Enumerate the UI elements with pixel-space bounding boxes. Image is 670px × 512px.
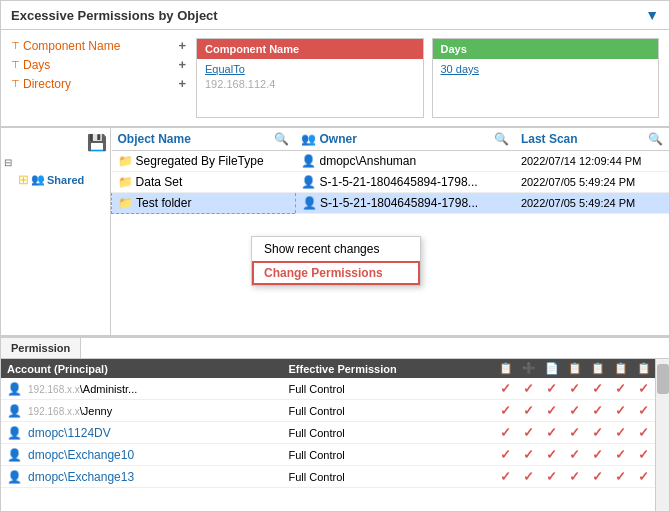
checkmark-icon: ✓ — [592, 403, 603, 418]
perm-check-1-5: ✓ — [609, 400, 632, 422]
cell-name-row3: 📁 Test folder — [112, 193, 296, 214]
perm-check-4-6: ✓ — [632, 466, 655, 488]
funnel-icon-days: ⊤ — [11, 59, 20, 70]
table-row[interactable]: 📁 Data Set 👤 S-1-5-21-1804645894-1798...… — [112, 172, 670, 193]
checkmark-icon: ✓ — [638, 425, 649, 440]
perm-table-row[interactable]: 👤 dmopc\Exchange13 Full Control ✓✓✓✓✓✓✓ — [1, 466, 655, 488]
perm-cell-permission-2: Full Control — [282, 422, 494, 444]
search-icon-scan[interactable]: 🔍 — [648, 132, 663, 146]
filter-add-directory[interactable]: + — [178, 76, 186, 91]
funnel-icon-directory: ⊤ — [11, 78, 20, 89]
folder-icon-row3: 📁 — [118, 196, 133, 210]
table-row[interactable]: 📁 Segregated By FileType 👤 dmopc\Anshuma… — [112, 151, 670, 172]
perm-check-1-3: ✓ — [563, 400, 586, 422]
perm-check-0-0: ✓ — [494, 378, 517, 400]
perm-cell-account-3: 👤 dmopc\Exchange10 — [1, 444, 282, 466]
cell-name: 📁 Segregated By FileType — [112, 151, 296, 172]
checkmark-icon: ✓ — [523, 447, 534, 462]
context-menu-item-recent[interactable]: Show recent changes — [252, 237, 420, 261]
perm-table-row[interactable]: 👤 192.168.x.x\Administr... Full Control … — [1, 378, 655, 400]
checkmark-icon: ✓ — [500, 381, 511, 396]
days-card-link[interactable]: 30 days — [441, 63, 651, 75]
perm-col-icon6: 📋 — [609, 359, 632, 378]
perm-check-0-4: ✓ — [586, 378, 609, 400]
checkmark-icon: ✓ — [569, 403, 580, 418]
col-object-name[interactable]: Object Name 🔍 — [112, 128, 296, 151]
perm-check-4-2: ✓ — [540, 466, 563, 488]
checkmark-icon: ✓ — [523, 381, 534, 396]
filter-row-directory: ⊤ Directory + — [11, 76, 186, 91]
days-card: Days 30 days — [432, 38, 660, 118]
save-icon[interactable]: 💾 — [87, 133, 107, 152]
perm-check-3-5: ✓ — [609, 444, 632, 466]
checkmark-icon: ✓ — [615, 381, 626, 396]
perm-cell-permission-0: Full Control — [282, 378, 494, 400]
perm-check-1-4: ✓ — [586, 400, 609, 422]
days-card-header: Days — [433, 39, 659, 59]
perm-check-3-4: ✓ — [586, 444, 609, 466]
cell-owner-row1: 👤 dmopc\Anshuman — [295, 151, 514, 172]
filter-icon[interactable]: ▼ — [645, 7, 659, 23]
checkmark-icon: ✓ — [500, 447, 511, 462]
perm-table-row[interactable]: 👤 192.168.x.x\Jenny Full Control ✓✓✓✓✓✓✓ — [1, 400, 655, 422]
user-icon-4: 👤 — [7, 470, 22, 484]
perm-check-4-1: ✓ — [517, 466, 540, 488]
owner-icon-row1: 👤 — [301, 154, 316, 168]
perm-check-2-6: ✓ — [632, 422, 655, 444]
perm-check-4-4: ✓ — [586, 466, 609, 488]
permissions-tab[interactable]: Permission — [1, 338, 81, 358]
col-owner[interactable]: 👥 Owner 🔍 — [295, 128, 514, 151]
col-last-scan[interactable]: Last Scan 🔍 — [515, 128, 669, 151]
tree-item-root[interactable]: ⊟ — [4, 155, 107, 170]
checkmark-icon: ✓ — [592, 425, 603, 440]
checkmark-icon: ✓ — [638, 403, 649, 418]
filter-add-days[interactable]: + — [178, 57, 186, 72]
tree-item-shared[interactable]: ⊞ 👥 Shared — [4, 170, 107, 189]
tree-folder-icon: ⊞ — [18, 172, 29, 187]
perm-cell-permission-1: Full Control — [282, 400, 494, 422]
checkmark-icon: ✓ — [546, 425, 557, 440]
tree-panel: 💾 ⊟ ⊞ 👥 Shared — [1, 128, 111, 335]
perm-check-1-2: ✓ — [540, 400, 563, 422]
perm-table: Account (Principal) Effective Permission… — [1, 359, 655, 488]
perm-table-wrap: Account (Principal) Effective Permission… — [1, 359, 655, 511]
checkmark-icon: ✓ — [546, 381, 557, 396]
perm-check-0-6: ✓ — [632, 378, 655, 400]
perm-table-row[interactable]: 👤 dmopc\Exchange10 Full Control ✓✓✓✓✓✓✓ — [1, 444, 655, 466]
tree-user-icon: 👥 — [31, 173, 45, 186]
cell-owner-row2: 👤 S-1-5-21-1804645894-1798... — [295, 172, 514, 193]
perm-check-0-2: ✓ — [540, 378, 563, 400]
search-icon-owner[interactable]: 🔍 — [494, 132, 509, 146]
component-card-link[interactable]: EqualTo — [205, 63, 415, 75]
perm-cell-permission-3: Full Control — [282, 444, 494, 466]
table-row-selected[interactable]: 📁 Test folder 👤 S-1-5-21-1804645894-1798… — [112, 193, 670, 214]
checkmark-icon: ✓ — [546, 447, 557, 462]
perm-check-2-5: ✓ — [609, 422, 632, 444]
checkmark-icon: ✓ — [546, 469, 557, 484]
perm-check-3-6: ✓ — [632, 444, 655, 466]
perm-col-icon7: 📋 — [632, 359, 655, 378]
perm-cell-permission-4: Full Control — [282, 466, 494, 488]
search-icon-name[interactable]: 🔍 — [274, 132, 289, 146]
table-panel: Object Name 🔍 👥 Owner 🔍 Last Scan 🔍 — [111, 128, 669, 335]
scrollbar[interactable] — [655, 359, 669, 511]
tree-shared-label[interactable]: Shared — [47, 174, 84, 186]
filter-add-component[interactable]: + — [178, 38, 186, 53]
perm-col-effective: Effective Permission — [282, 359, 494, 378]
checkmark-icon: ✓ — [569, 447, 580, 462]
perm-table-row[interactable]: 👤 dmopc\1124DV Full Control ✓✓✓✓✓✓✓ — [1, 422, 655, 444]
filter-label-component: ⊤ Component Name — [11, 39, 174, 53]
perm-check-4-3: ✓ — [563, 466, 586, 488]
context-menu-item-permissions[interactable]: Change Permissions — [252, 261, 420, 285]
checkmark-icon: ✓ — [638, 469, 649, 484]
checkmark-icon: ✓ — [569, 469, 580, 484]
checkmark-icon: ✓ — [500, 425, 511, 440]
context-menu: Show recent changes Change Permissions — [251, 236, 421, 286]
perm-check-2-4: ✓ — [586, 422, 609, 444]
checkmark-icon: ✓ — [638, 381, 649, 396]
permissions-panel: Permission Account (Principal) Effective… — [1, 336, 669, 511]
cell-scan-row1: 2022/07/14 12:09:44 PM — [515, 151, 669, 172]
folder-icon-row2: 📁 — [118, 175, 133, 189]
checkmark-icon: ✓ — [546, 403, 557, 418]
content-area: 💾 ⊟ ⊞ 👥 Shared Object Name 🔍 — [1, 128, 669, 336]
